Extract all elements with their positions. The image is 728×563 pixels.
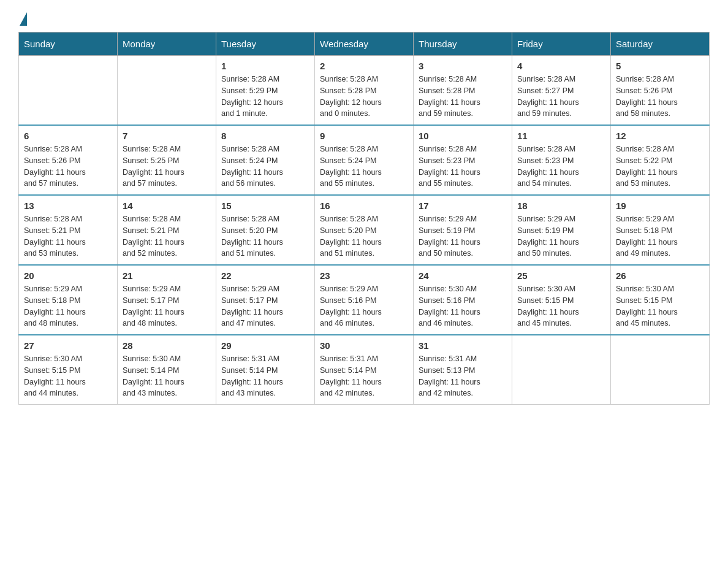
calendar-cell: 19Sunrise: 5:29 AMSunset: 5:18 PMDayligh… — [611, 195, 710, 265]
calendar-cell: 7Sunrise: 5:28 AMSunset: 5:25 PMDaylight… — [118, 125, 216, 195]
day-info: Sunrise: 5:28 AMSunset: 5:26 PMDaylight:… — [24, 144, 112, 190]
calendar-cell: 23Sunrise: 5:29 AMSunset: 5:16 PMDayligh… — [315, 265, 414, 335]
day-info: Sunrise: 5:31 AMSunset: 5:14 PMDaylight:… — [320, 353, 408, 399]
day-info: Sunrise: 5:28 AMSunset: 5:24 PMDaylight:… — [221, 144, 309, 190]
calendar-cell: 5Sunrise: 5:28 AMSunset: 5:26 PMDaylight… — [611, 56, 710, 126]
calendar-cell: 25Sunrise: 5:30 AMSunset: 5:15 PMDayligh… — [512, 265, 611, 335]
header-sunday: Sunday — [19, 33, 118, 56]
day-info: Sunrise: 5:31 AMSunset: 5:14 PMDaylight:… — [221, 353, 309, 399]
day-number: 16 — [320, 201, 408, 211]
day-info: Sunrise: 5:30 AMSunset: 5:14 PMDaylight:… — [123, 353, 211, 399]
day-info: Sunrise: 5:29 AMSunset: 5:19 PMDaylight:… — [419, 213, 507, 259]
calendar-cell: 31Sunrise: 5:31 AMSunset: 5:13 PMDayligh… — [414, 335, 512, 405]
day-number: 30 — [320, 340, 408, 351]
day-number: 15 — [221, 201, 309, 211]
day-info: Sunrise: 5:29 AMSunset: 5:17 PMDaylight:… — [221, 283, 309, 329]
calendar-cell — [118, 56, 216, 126]
day-number: 19 — [616, 201, 704, 211]
calendar-cell: 28Sunrise: 5:30 AMSunset: 5:14 PMDayligh… — [118, 335, 216, 405]
day-number: 2 — [320, 61, 408, 71]
day-info: Sunrise: 5:29 AMSunset: 5:19 PMDaylight:… — [517, 213, 605, 259]
day-number: 31 — [419, 340, 507, 351]
day-info: Sunrise: 5:30 AMSunset: 5:15 PMDaylight:… — [616, 283, 704, 329]
header-monday: Monday — [118, 33, 216, 56]
calendar-cell: 29Sunrise: 5:31 AMSunset: 5:14 PMDayligh… — [216, 335, 315, 405]
calendar-cell: 12Sunrise: 5:28 AMSunset: 5:22 PMDayligh… — [611, 125, 710, 195]
day-info: Sunrise: 5:29 AMSunset: 5:16 PMDaylight:… — [320, 283, 408, 329]
header-wednesday: Wednesday — [315, 33, 414, 56]
calendar-week-row: 27Sunrise: 5:30 AMSunset: 5:15 PMDayligh… — [19, 335, 710, 405]
day-number: 24 — [419, 270, 507, 281]
calendar-cell: 6Sunrise: 5:28 AMSunset: 5:26 PMDaylight… — [19, 125, 118, 195]
calendar-cell: 3Sunrise: 5:28 AMSunset: 5:28 PMDaylight… — [414, 56, 512, 126]
calendar-cell: 17Sunrise: 5:29 AMSunset: 5:19 PMDayligh… — [414, 195, 512, 265]
calendar-cell — [19, 56, 118, 126]
header-thursday: Thursday — [414, 33, 512, 56]
day-number: 23 — [320, 270, 408, 281]
logo-triangle-icon — [20, 12, 27, 26]
day-info: Sunrise: 5:28 AMSunset: 5:25 PMDaylight:… — [123, 144, 211, 190]
day-info: Sunrise: 5:28 AMSunset: 5:27 PMDaylight:… — [517, 74, 605, 120]
day-number: 3 — [419, 61, 507, 71]
calendar-cell: 20Sunrise: 5:29 AMSunset: 5:18 PMDayligh… — [19, 265, 118, 335]
day-info: Sunrise: 5:28 AMSunset: 5:26 PMDaylight:… — [616, 74, 704, 120]
calendar-cell: 11Sunrise: 5:28 AMSunset: 5:23 PMDayligh… — [512, 125, 611, 195]
calendar-week-row: 1Sunrise: 5:28 AMSunset: 5:29 PMDaylight… — [19, 56, 710, 126]
day-number: 17 — [419, 201, 507, 211]
calendar-cell: 16Sunrise: 5:28 AMSunset: 5:20 PMDayligh… — [315, 195, 414, 265]
day-info: Sunrise: 5:28 AMSunset: 5:21 PMDaylight:… — [123, 213, 211, 259]
day-number: 6 — [24, 131, 112, 141]
day-info: Sunrise: 5:28 AMSunset: 5:24 PMDaylight:… — [320, 144, 408, 190]
calendar-cell: 27Sunrise: 5:30 AMSunset: 5:15 PMDayligh… — [19, 335, 118, 405]
day-info: Sunrise: 5:30 AMSunset: 5:15 PMDaylight:… — [24, 353, 112, 399]
header-saturday: Saturday — [611, 33, 710, 56]
day-number: 13 — [24, 201, 112, 211]
day-info: Sunrise: 5:29 AMSunset: 5:18 PMDaylight:… — [616, 213, 704, 259]
day-info: Sunrise: 5:28 AMSunset: 5:20 PMDaylight:… — [221, 213, 309, 259]
calendar-cell: 13Sunrise: 5:28 AMSunset: 5:21 PMDayligh… — [19, 195, 118, 265]
logo — [18, 12, 28, 26]
calendar-cell: 24Sunrise: 5:30 AMSunset: 5:16 PMDayligh… — [414, 265, 512, 335]
calendar-cell: 9Sunrise: 5:28 AMSunset: 5:24 PMDaylight… — [315, 125, 414, 195]
header-tuesday: Tuesday — [216, 33, 315, 56]
calendar-cell: 21Sunrise: 5:29 AMSunset: 5:17 PMDayligh… — [118, 265, 216, 335]
calendar-cell: 30Sunrise: 5:31 AMSunset: 5:14 PMDayligh… — [315, 335, 414, 405]
day-info: Sunrise: 5:28 AMSunset: 5:21 PMDaylight:… — [24, 213, 112, 259]
day-info: Sunrise: 5:28 AMSunset: 5:23 PMDaylight:… — [517, 144, 605, 190]
calendar-week-row: 13Sunrise: 5:28 AMSunset: 5:21 PMDayligh… — [19, 195, 710, 265]
day-info: Sunrise: 5:28 AMSunset: 5:22 PMDaylight:… — [616, 144, 704, 190]
calendar-cell — [512, 335, 611, 405]
day-number: 8 — [221, 131, 309, 141]
calendar-cell: 10Sunrise: 5:28 AMSunset: 5:23 PMDayligh… — [414, 125, 512, 195]
day-number: 7 — [123, 131, 211, 141]
day-number: 22 — [221, 270, 309, 281]
day-info: Sunrise: 5:28 AMSunset: 5:28 PMDaylight:… — [419, 74, 507, 120]
day-number: 10 — [419, 131, 507, 141]
day-number: 21 — [123, 270, 211, 281]
day-number: 29 — [221, 340, 309, 351]
day-info: Sunrise: 5:29 AMSunset: 5:17 PMDaylight:… — [123, 283, 211, 329]
day-info: Sunrise: 5:30 AMSunset: 5:16 PMDaylight:… — [419, 283, 507, 329]
day-number: 1 — [221, 61, 309, 71]
day-number: 25 — [517, 270, 605, 281]
calendar-cell — [611, 335, 710, 405]
day-info: Sunrise: 5:28 AMSunset: 5:20 PMDaylight:… — [320, 213, 408, 259]
day-number: 18 — [517, 201, 605, 211]
day-number: 26 — [616, 270, 704, 281]
day-number: 11 — [517, 131, 605, 141]
day-number: 12 — [616, 131, 704, 141]
day-number: 4 — [517, 61, 605, 71]
calendar-week-row: 6Sunrise: 5:28 AMSunset: 5:26 PMDaylight… — [19, 125, 710, 195]
calendar-cell: 1Sunrise: 5:28 AMSunset: 5:29 PMDaylight… — [216, 56, 315, 126]
calendar-cell: 26Sunrise: 5:30 AMSunset: 5:15 PMDayligh… — [611, 265, 710, 335]
header-friday: Friday — [512, 33, 611, 56]
calendar-cell: 15Sunrise: 5:28 AMSunset: 5:20 PMDayligh… — [216, 195, 315, 265]
day-info: Sunrise: 5:28 AMSunset: 5:23 PMDaylight:… — [419, 144, 507, 190]
day-info: Sunrise: 5:28 AMSunset: 5:29 PMDaylight:… — [221, 74, 309, 120]
calendar-header-row: SundayMondayTuesdayWednesdayThursdayFrid… — [19, 33, 710, 56]
calendar-table: SundayMondayTuesdayWednesdayThursdayFrid… — [18, 32, 710, 405]
day-info: Sunrise: 5:31 AMSunset: 5:13 PMDaylight:… — [419, 353, 507, 399]
day-number: 9 — [320, 131, 408, 141]
calendar-cell: 18Sunrise: 5:29 AMSunset: 5:19 PMDayligh… — [512, 195, 611, 265]
day-number: 28 — [123, 340, 211, 351]
